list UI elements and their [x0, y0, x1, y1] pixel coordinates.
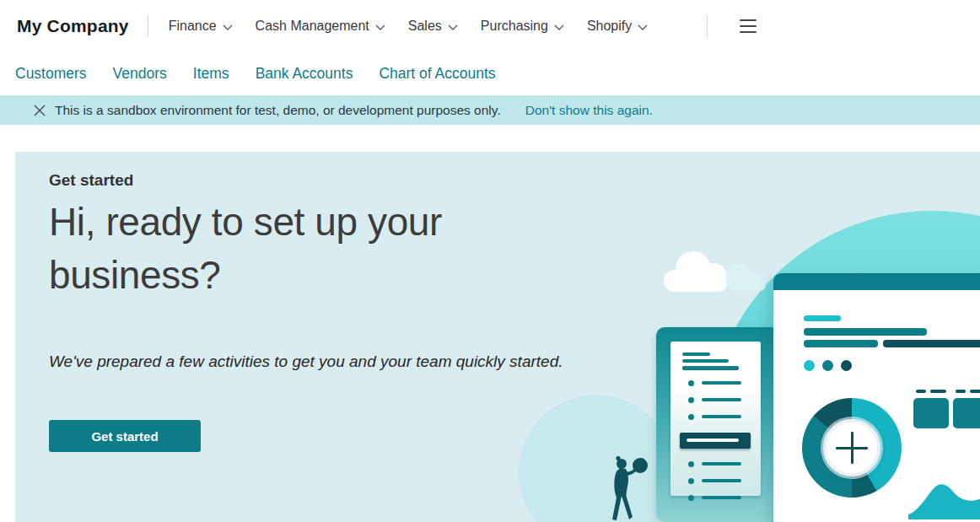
- subnav-link-chart-of-accounts[interactable]: Chart of Accounts: [379, 65, 495, 83]
- hero-description: We've prepared a few activities to get y…: [49, 348, 595, 374]
- chevron-down-icon: [638, 24, 648, 30]
- dont-show-again-link[interactable]: Don't show this again.: [525, 103, 653, 118]
- hamburger-icon: [740, 19, 757, 21]
- nav-menu-label: Purchasing: [481, 19, 548, 34]
- subnav-link-items[interactable]: Items: [193, 65, 229, 83]
- company-name[interactable]: My Company: [17, 16, 129, 36]
- get-started-card: Get started Hi, ready to set up your bus…: [15, 152, 980, 522]
- checklist-row: [670, 478, 761, 484]
- nav-menu-label: Cash Management: [256, 19, 369, 34]
- hero-content: Get started Hi, ready to set up your bus…: [15, 152, 980, 452]
- subnav-link-bank-accounts[interactable]: Bank Accounts: [256, 65, 353, 83]
- nav-menu-label: Sales: [408, 19, 442, 34]
- chevron-down-icon: [554, 24, 564, 30]
- chevron-down-icon: [375, 24, 385, 30]
- hero-headline: Hi, ready to set up your business?: [49, 196, 576, 302]
- close-icon: [34, 105, 46, 116]
- subnav-link-vendors[interactable]: Vendors: [113, 65, 167, 83]
- banner-message: This is a sandbox environment for test, …: [55, 103, 501, 118]
- sandbox-banner: This is a sandbox environment for test, …: [0, 95, 980, 125]
- get-started-button[interactable]: Get started: [49, 420, 201, 452]
- mountain-wave-illustration: [908, 465, 980, 522]
- checklist-row: [670, 461, 761, 467]
- nav-menu-finance[interactable]: Finance: [169, 17, 233, 35]
- business-central-home: My Company Finance Cash Management Sales…: [0, 0, 980, 522]
- chevron-down-icon: [448, 24, 458, 30]
- nav-menu-label: Finance: [169, 19, 217, 34]
- sub-navigation: Customers Vendors Items Bank Accounts Ch…: [0, 52, 980, 95]
- checklist-row: [670, 495, 761, 501]
- subnav-link-customers[interactable]: Customers: [15, 65, 87, 83]
- nav-menu-shopify[interactable]: Shopify: [587, 17, 648, 35]
- divider: [148, 15, 148, 37]
- card-title: Get started: [49, 171, 980, 190]
- top-navigation: Finance Cash Management Sales Purchasing…: [169, 17, 649, 35]
- chevron-down-icon: [223, 24, 233, 30]
- nav-menu-cash-management[interactable]: Cash Management: [256, 17, 385, 35]
- hamburger-menu-button[interactable]: [738, 16, 758, 36]
- divider: [707, 15, 708, 37]
- nav-menu-label: Shopify: [587, 19, 632, 34]
- close-banner-button[interactable]: [32, 103, 47, 118]
- nav-menu-sales[interactable]: Sales: [408, 17, 458, 35]
- nav-menu-purchasing[interactable]: Purchasing: [481, 17, 564, 35]
- person-illustration: [603, 456, 650, 522]
- top-app-bar: My Company Finance Cash Management Sales…: [0, 0, 980, 52]
